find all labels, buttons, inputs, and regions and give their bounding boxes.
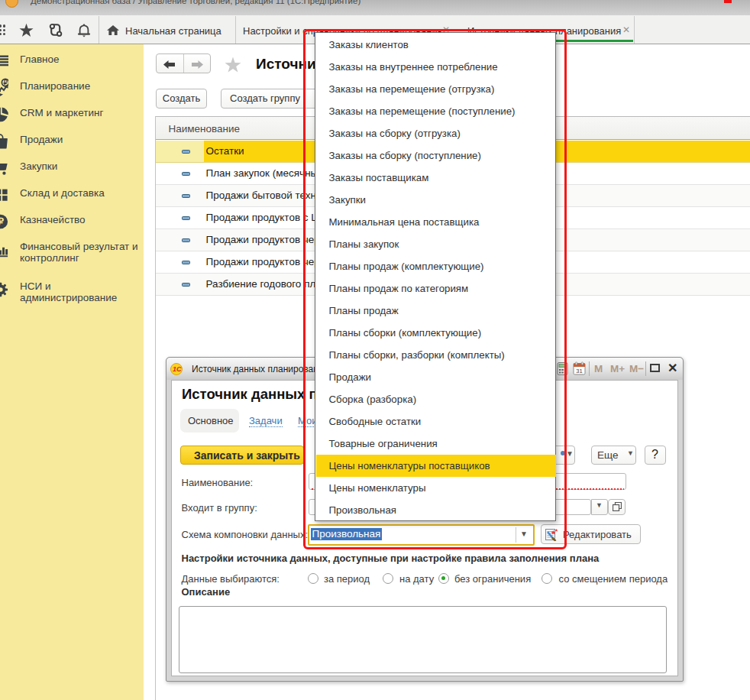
svg-text:31: 31 [576, 368, 582, 374]
svg-text:₽: ₽ [0, 216, 4, 227]
